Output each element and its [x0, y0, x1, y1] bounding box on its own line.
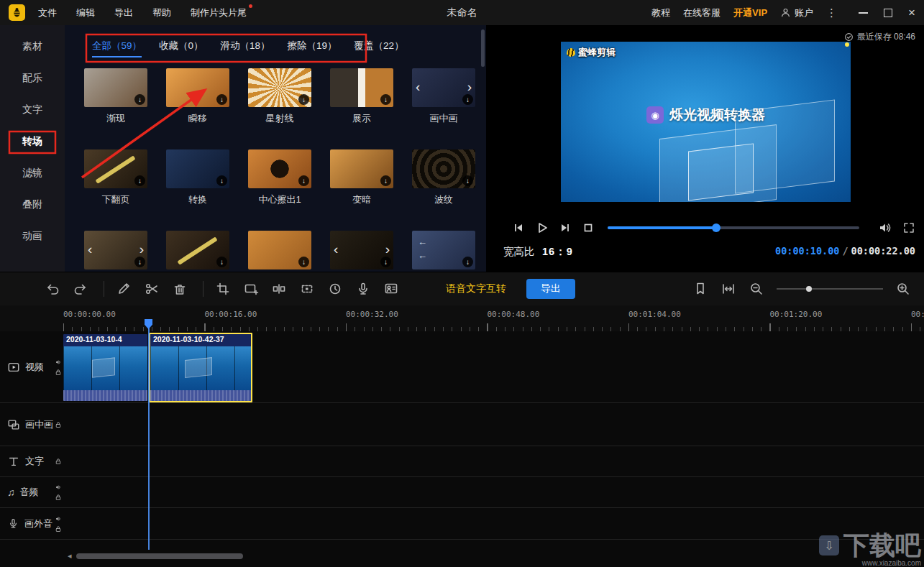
- transition-item[interactable]: ↓: [75, 231, 157, 272]
- maximize-button[interactable]: [884, 9, 892, 17]
- transition-item[interactable]: ↓ 展示: [321, 68, 403, 149]
- transition-item[interactable]: ↓ 星射线: [239, 68, 321, 149]
- voice-avatar-button[interactable]: [383, 281, 399, 297]
- sidebar-item[interactable]: 转场: [0, 126, 65, 157]
- next-frame-button[interactable]: [558, 221, 572, 235]
- support-link[interactable]: 在线客服: [683, 6, 721, 19]
- fullscreen-icon[interactable]: [902, 221, 916, 235]
- transition-thumbnail[interactable]: ↓: [84, 231, 147, 269]
- library-tab[interactable]: 全部（59）: [92, 40, 142, 57]
- play-button[interactable]: [535, 221, 549, 235]
- vip-link[interactable]: 开通VIP: [733, 6, 767, 19]
- transition-item[interactable]: ↓ 波纹: [403, 149, 480, 231]
- transition-item[interactable]: ↓ 瞬移: [157, 68, 239, 149]
- download-icon[interactable]: ↓: [462, 175, 473, 186]
- download-icon[interactable]: ↓: [298, 94, 309, 105]
- duration-button[interactable]: [327, 281, 343, 297]
- download-icon[interactable]: ↓: [216, 175, 227, 186]
- menu-item[interactable]: 编辑: [76, 6, 95, 19]
- download-icon[interactable]: ↓: [216, 94, 227, 105]
- lock-icon[interactable]: [55, 458, 62, 465]
- aspect-ratio-value[interactable]: 16：9: [542, 245, 573, 259]
- seek-bar[interactable]: [608, 226, 859, 229]
- undo-button[interactable]: [45, 281, 60, 297]
- app-logo-icon[interactable]: [9, 4, 25, 21]
- zoom-knob[interactable]: [806, 286, 812, 292]
- transition-thumbnail[interactable]: ↓: [248, 149, 311, 188]
- transition-item[interactable]: ↓: [403, 231, 480, 272]
- redo-button[interactable]: [73, 281, 88, 297]
- seek-knob[interactable]: [712, 223, 721, 232]
- account-button[interactable]: 账户: [780, 6, 813, 19]
- voice-text-convert-button[interactable]: 语音文字互转: [446, 282, 506, 295]
- transition-item[interactable]: ↓ 画中画: [403, 68, 480, 149]
- transition-thumbnail[interactable]: ↓: [330, 68, 393, 107]
- transition-item[interactable]: ↓: [157, 231, 239, 272]
- timeline-ruler[interactable]: 00:00:00.0000:00:16.0000:00:32.0000:00:4…: [0, 305, 924, 332]
- text-track[interactable]: 文字: [0, 446, 924, 477]
- transition-item[interactable]: ↓ 转换: [157, 149, 239, 231]
- transition-thumbnail[interactable]: ↓: [166, 68, 229, 107]
- sidebar-item[interactable]: 叠附: [0, 189, 65, 221]
- library-tab[interactable]: 覆盖（22）: [354, 40, 404, 57]
- video-track[interactable]: 视频 2020-11-03-10-4 2020-11-03-10-42-37: [0, 331, 924, 403]
- download-icon[interactable]: ↓: [134, 257, 145, 267]
- download-icon[interactable]: ↓: [134, 175, 145, 186]
- voiceover-track[interactable]: 画外音: [0, 508, 924, 540]
- lock-icon[interactable]: [55, 369, 62, 376]
- download-icon[interactable]: ↓: [134, 94, 145, 105]
- aspect-ratio-label[interactable]: 宽高比: [503, 245, 535, 259]
- multi-split-button[interactable]: [271, 281, 287, 297]
- sidebar-item[interactable]: 文字: [0, 94, 65, 126]
- download-icon[interactable]: ↓: [462, 94, 473, 105]
- transition-thumbnail[interactable]: ↓: [412, 231, 475, 269]
- audio-track[interactable]: ♫ 音频: [0, 477, 924, 508]
- zoom-in-button[interactable]: [895, 281, 911, 297]
- menu-item[interactable]: 帮助: [152, 6, 171, 19]
- download-icon[interactable]: ↓: [380, 175, 391, 186]
- transition-thumbnail[interactable]: ↓: [166, 231, 229, 269]
- mosaic-button[interactable]: [299, 281, 315, 297]
- transition-thumbnail[interactable]: ↓: [412, 68, 475, 107]
- sidebar-item[interactable]: 动画: [0, 221, 65, 252]
- crop-button[interactable]: [215, 281, 231, 297]
- video-clip-1[interactable]: 2020-11-03-10-4: [63, 334, 147, 401]
- video-stage[interactable]: ◉ 烁光视频转换器 蜜蜂剪辑: [561, 42, 851, 202]
- download-icon[interactable]: ↓: [298, 257, 309, 267]
- subtitle-button[interactable]: [243, 281, 259, 297]
- pip-track[interactable]: 画中画: [0, 403, 924, 446]
- library-tab[interactable]: 收藏（0）: [159, 40, 203, 57]
- export-button[interactable]: 导出: [526, 279, 575, 299]
- transition-item[interactable]: ↓ 渐现: [75, 68, 157, 149]
- menu-item[interactable]: 制作片头片尾: [191, 6, 247, 19]
- transition-thumbnail[interactable]: ↓: [330, 231, 393, 269]
- video-clip-2-selected[interactable]: 2020-11-03-10-42-37: [149, 333, 252, 402]
- download-icon[interactable]: ↓: [462, 257, 473, 267]
- download-icon[interactable]: ↓: [380, 94, 391, 105]
- menu-item[interactable]: 导出: [114, 6, 133, 19]
- transition-thumbnail[interactable]: ↓: [330, 149, 393, 188]
- marker-button[interactable]: [692, 281, 708, 297]
- transition-thumbnail[interactable]: ↓: [84, 149, 147, 188]
- volume-icon[interactable]: [877, 221, 892, 235]
- selection-handle[interactable]: [845, 42, 849, 47]
- record-mic-button[interactable]: [355, 281, 371, 297]
- split-scissors-button[interactable]: [144, 281, 160, 297]
- lock-icon[interactable]: [55, 421, 62, 428]
- lock-icon[interactable]: [55, 494, 62, 501]
- hscroll-thumb[interactable]: [76, 553, 243, 559]
- fit-timeline-button[interactable]: [721, 281, 736, 297]
- transition-item[interactable]: ↓ 下翻页: [75, 149, 157, 231]
- library-tab[interactable]: 擦除（19）: [288, 40, 337, 57]
- more-menu-icon[interactable]: ⋮: [826, 6, 837, 19]
- edit-button[interactable]: [116, 281, 132, 297]
- close-button[interactable]: ×: [908, 6, 915, 19]
- minimize-button[interactable]: [859, 12, 868, 14]
- transition-thumbnail[interactable]: ↓: [166, 149, 229, 188]
- mute-icon[interactable]: [55, 515, 62, 522]
- tutorial-link[interactable]: 教程: [651, 6, 670, 19]
- transition-thumbnail[interactable]: ↓: [248, 68, 311, 107]
- download-icon[interactable]: ↓: [380, 257, 391, 267]
- library-scrollbar[interactable]: [481, 29, 485, 67]
- transition-thumbnail[interactable]: ↓: [248, 231, 311, 269]
